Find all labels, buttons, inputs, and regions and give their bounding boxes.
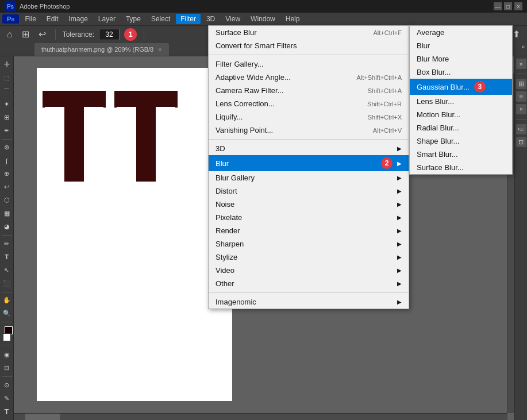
menu-3d[interactable]: 3D xyxy=(202,14,220,24)
blur-motion[interactable]: Motion Blur... xyxy=(410,108,512,121)
menu-edit[interactable]: Edit xyxy=(42,14,63,24)
collapse-panels-icon[interactable]: » xyxy=(519,43,527,51)
menu-help[interactable]: Help xyxy=(281,14,305,24)
menu-select[interactable]: Select xyxy=(147,14,175,24)
tool-hand[interactable]: ✋ xyxy=(1,295,13,307)
panel-properties-btn[interactable]: ≔ xyxy=(516,124,526,134)
tool-zoom[interactable]: 🔍 xyxy=(1,307,13,319)
blur-radial[interactable]: Radial Blur... xyxy=(410,121,512,134)
filter-blur[interactable]: Blur 2 ▶ xyxy=(209,155,409,171)
minimize-button[interactable]: — xyxy=(494,2,502,10)
filter-surface-blur[interactable]: Surface Blur Alt+Ctrl+F xyxy=(209,26,409,39)
filter-liquify[interactable]: Liquify... Shift+Ctrl+X xyxy=(209,110,409,124)
tool-rotate[interactable]: ⊙ xyxy=(1,379,13,391)
close-button[interactable]: × xyxy=(514,2,522,10)
step-badge-1: 1 xyxy=(124,28,137,41)
filter-pixelate[interactable]: Pixelate ▶ xyxy=(209,211,409,224)
tool-artboard[interactable]: ⊟ xyxy=(1,362,13,374)
blur-average[interactable]: Average xyxy=(410,26,512,39)
options-divider2 xyxy=(144,29,144,40)
filter-other[interactable]: Other ▶ xyxy=(209,277,409,290)
filter-3d[interactable]: 3D ▶ xyxy=(209,142,409,155)
blur-smart[interactable]: Smart Blur... xyxy=(410,148,512,161)
filter-video-arrow: ▶ xyxy=(397,267,402,273)
blur-lens[interactable]: Lens Blur... xyxy=(410,95,512,108)
maximize-button[interactable]: □ xyxy=(504,2,512,10)
menu-type[interactable]: Type xyxy=(121,14,145,24)
blur-gaussian[interactable]: Gaussian Blur... 3 xyxy=(410,79,512,95)
panel-collapse-btn[interactable]: » xyxy=(516,59,526,69)
menu-image[interactable]: Image xyxy=(64,14,93,24)
blur-shape[interactable]: Shape Blur... xyxy=(410,134,512,148)
filter-imagenomic[interactable]: Imagenomic ▶ xyxy=(209,295,409,309)
tool-eraser[interactable]: ⬡ xyxy=(1,194,13,206)
tolerance-label: Tolerance: xyxy=(63,30,94,38)
tool-text[interactable]: T xyxy=(1,251,13,263)
filter-blur-gallery-label: Blur Gallery xyxy=(216,174,255,182)
filter-adaptive[interactable]: Adaptive Wide Angle... Alt+Shift+Ctrl+A xyxy=(209,71,409,84)
filter-blur-gallery[interactable]: Blur Gallery ▶ xyxy=(209,171,409,184)
menu-window[interactable]: Window xyxy=(246,14,280,24)
menu-ps[interactable]: Ps xyxy=(2,14,19,24)
filter-stylize[interactable]: Stylize ▶ xyxy=(209,251,409,264)
filter-render[interactable]: Render ▶ xyxy=(209,224,409,237)
home-icon[interactable]: ⌂ xyxy=(5,29,15,40)
filter-liquify-shortcut: Shift+Ctrl+X xyxy=(368,114,402,121)
filter-lens[interactable]: Lens Correction... Shift+Ctrl+R xyxy=(209,97,409,110)
blur-more-label: Blur More xyxy=(417,55,449,63)
tool-path-select[interactable]: ↖ xyxy=(1,264,13,276)
filter-camera-raw[interactable]: Camera Raw Filter... Shift+Ctrl+A xyxy=(209,84,409,97)
filter-sharpen[interactable]: Sharpen ▶ xyxy=(209,237,409,251)
tool-gradient[interactable]: ▦ xyxy=(1,207,13,219)
background-color[interactable] xyxy=(3,333,11,341)
tool-crop[interactable]: ⊞ xyxy=(1,111,13,124)
scrollbar-thumb-h[interactable] xyxy=(25,414,60,420)
filter-convert-smart[interactable]: Convert for Smart Filters xyxy=(209,39,409,52)
filter-surface-blur-shortcut: Alt+Ctrl+F xyxy=(373,29,402,36)
tool-pencil-alt[interactable]: ✎ xyxy=(1,392,13,404)
tool-dodge[interactable]: ◕ xyxy=(1,221,13,233)
title-bar-controls: — □ × xyxy=(494,2,522,10)
tool-clone[interactable]: ⊕ xyxy=(1,168,13,180)
tool-select-rect[interactable]: ⬚ xyxy=(1,72,13,84)
tool-spot-heal[interactable]: ⊛ xyxy=(1,141,13,153)
doc-tab[interactable]: thuthuatphanmem.png @ 209% (RGB/8 × xyxy=(34,43,169,56)
blur-surface[interactable]: Surface Blur... xyxy=(410,161,512,174)
blur-box[interactable]: Box Blur... xyxy=(410,65,512,79)
menu-view[interactable]: View xyxy=(221,14,245,24)
menu-layer[interactable]: Layer xyxy=(94,14,120,24)
panel-layers-btn[interactable]: ⊞ xyxy=(516,79,526,89)
tool-mask[interactable]: ◉ xyxy=(1,349,13,361)
blur-more[interactable]: Blur More xyxy=(410,52,512,65)
back-icon[interactable]: ↩ xyxy=(36,29,48,40)
filter-other-label: Other xyxy=(216,279,234,288)
tool-text-bottom[interactable]: T xyxy=(1,406,13,418)
tool-lasso[interactable]: ⌒ xyxy=(1,85,13,97)
blur-blur[interactable]: Blur xyxy=(410,39,512,52)
tool-quick-select[interactable]: ✦ xyxy=(1,98,13,110)
filter-vanishing-label: Vanishing Point... xyxy=(216,126,273,134)
filter-vanishing[interactable]: Vanishing Point... Alt+Ctrl+V xyxy=(209,124,409,137)
menu-filter[interactable]: Filter xyxy=(176,14,201,24)
filter-distort[interactable]: Distort ▶ xyxy=(209,184,409,198)
filter-noise[interactable]: Noise ▶ xyxy=(209,198,409,211)
tolerance-input[interactable] xyxy=(99,29,120,40)
menu-file[interactable]: File xyxy=(20,14,40,24)
tool-move[interactable]: ✛ xyxy=(1,59,13,71)
tool-eyedropper[interactable]: ✒ xyxy=(1,125,13,137)
panel-swatches-btn[interactable]: ⊡ xyxy=(516,137,526,147)
panel-channels-btn[interactable]: ≡ xyxy=(516,91,526,102)
tool-pen[interactable]: ✏ xyxy=(1,238,13,250)
tool-brush[interactable]: ∫ xyxy=(1,155,13,167)
doc-tab-close[interactable]: × xyxy=(158,46,161,53)
scrollbar-horizontal[interactable] xyxy=(14,413,507,420)
filter-3d-label: 3D xyxy=(216,144,225,153)
filter-video[interactable]: Video ▶ xyxy=(209,264,409,277)
tool-history-brush[interactable]: ↩ xyxy=(1,181,13,193)
filter-gallery-label: Filter Gallery... xyxy=(216,60,264,68)
arrange-icon[interactable]: ⊞ xyxy=(20,29,32,40)
filter-gallery[interactable]: Filter Gallery... xyxy=(209,57,409,71)
tool-shape[interactable]: ⬛ xyxy=(1,278,13,290)
svg-rect-5 xyxy=(103,106,106,108)
panel-paths-btn[interactable]: ≡ xyxy=(516,104,526,114)
